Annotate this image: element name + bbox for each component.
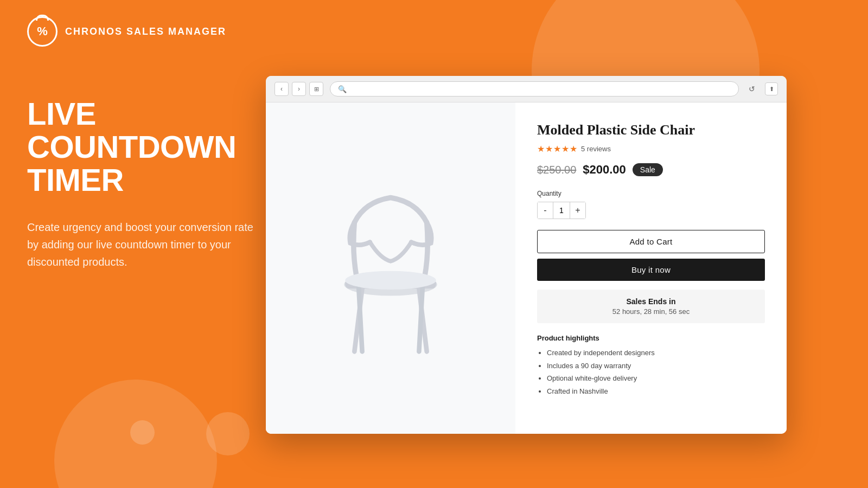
svg-point-6 bbox=[345, 271, 436, 290]
sales-ends-time: 52 hours, 28 min, 56 sec bbox=[545, 307, 757, 316]
back-button[interactable]: ‹ bbox=[275, 82, 289, 96]
sale-badge: Sale bbox=[633, 163, 663, 176]
highlight-item: Created by independent designers bbox=[547, 348, 765, 358]
reload-button[interactable]: ↺ bbox=[745, 82, 758, 95]
hero-content: LIVE COUNTDOWN TIMER Create urgency and … bbox=[27, 98, 255, 271]
product-highlights-title: Product highlights bbox=[537, 334, 765, 342]
highlight-item: Crafted in Nashville bbox=[547, 386, 765, 397]
buy-now-button[interactable]: Buy it now bbox=[537, 259, 765, 281]
original-price: $250.00 bbox=[537, 164, 576, 176]
sales-ends-title: Sales Ends in bbox=[545, 297, 757, 306]
browser-nav: ‹ › ⊞ bbox=[275, 82, 323, 96]
product-image-area bbox=[266, 102, 515, 434]
star-rating: ★★★★★ bbox=[537, 144, 578, 154]
address-bar[interactable]: 🔍 bbox=[330, 81, 739, 97]
sidebar-button[interactable]: ⊞ bbox=[309, 82, 323, 96]
quantity-control: - 1 + bbox=[537, 202, 586, 219]
add-to-cart-button[interactable]: Add to Cart bbox=[537, 230, 765, 253]
product-details: Molded Plastic Side Chair ★★★★★ 5 review… bbox=[515, 102, 787, 434]
headline: LIVE COUNTDOWN TIMER bbox=[27, 98, 255, 197]
highlight-item: Includes a 90 day warranty bbox=[547, 361, 765, 371]
share-button[interactable]: ⬆ bbox=[765, 82, 778, 95]
browser-toolbar: ‹ › ⊞ 🔍 ↺ ⬆ bbox=[266, 76, 787, 102]
browser-mockup: ‹ › ⊞ 🔍 ↺ ⬆ bbox=[266, 76, 787, 434]
product-title: Molded Plastic Side Chair bbox=[537, 122, 765, 138]
product-page: Molded Plastic Side Chair ★★★★★ 5 review… bbox=[266, 102, 787, 434]
highlights-list: Created by independent designersIncludes… bbox=[537, 348, 765, 396]
header: % CHRONOS SALES MANAGER bbox=[27, 16, 226, 47]
chair-image bbox=[309, 160, 472, 377]
sale-price: $200.00 bbox=[583, 163, 626, 177]
sales-ends-box: Sales Ends in 52 hours, 28 min, 56 sec bbox=[537, 290, 765, 323]
forward-button[interactable]: › bbox=[292, 82, 306, 96]
product-reviews: ★★★★★ 5 reviews bbox=[537, 144, 765, 154]
hero-description: Create urgency and boost your conversion… bbox=[27, 219, 255, 271]
pricing: $250.00 $200.00 Sale bbox=[537, 163, 765, 177]
quantity-label: Quantity bbox=[537, 190, 765, 197]
logo-icon: % bbox=[27, 16, 58, 47]
quantity-minus-button[interactable]: - bbox=[538, 202, 553, 219]
quantity-plus-button[interactable]: + bbox=[570, 202, 585, 219]
app-name: CHRONOS SALES MANAGER bbox=[65, 26, 226, 37]
highlight-item: Optional white-glove delivery bbox=[547, 373, 765, 384]
review-count: 5 reviews bbox=[581, 145, 611, 153]
quantity-value: 1 bbox=[553, 202, 570, 219]
search-icon: 🔍 bbox=[338, 85, 347, 93]
